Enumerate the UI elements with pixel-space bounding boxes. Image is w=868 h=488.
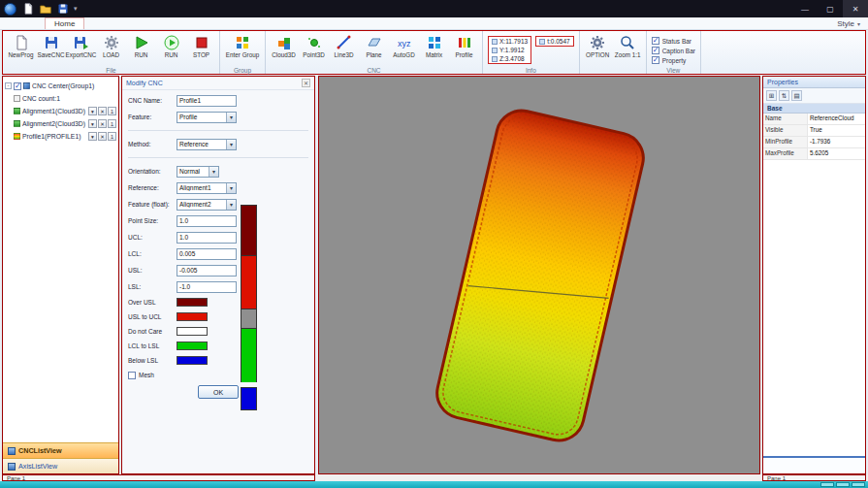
- run-alt-button[interactable]: RUN: [156, 33, 186, 58]
- matrix-button[interactable]: Matrix: [419, 33, 449, 58]
- close-button[interactable]: ✕: [843, 0, 868, 17]
- node-run-once-button[interactable]: 1: [108, 132, 116, 141]
- tree-root-row[interactable]: - CNC Center(Group1): [5, 80, 116, 92]
- expander-icon[interactable]: -: [5, 82, 12, 89]
- ok-button[interactable]: OK: [198, 385, 239, 399]
- run-button[interactable]: RUN: [126, 33, 156, 58]
- properties-title: Properties: [763, 77, 865, 88]
- method-select[interactable]: Reference: [177, 139, 237, 150]
- quick-access-caret-icon[interactable]: ▾: [74, 5, 78, 13]
- property-pages-icon[interactable]: [791, 90, 802, 101]
- usl-to-ucl-swatch[interactable]: [177, 312, 208, 321]
- load-button[interactable]: LOAD: [96, 33, 126, 58]
- categorized-icon[interactable]: [766, 90, 777, 101]
- mesh-checkbox[interactable]: [128, 372, 136, 379]
- do-not-care-swatch[interactable]: [177, 327, 208, 336]
- usl-input[interactable]: [177, 265, 237, 277]
- checkbox-icon[interactable]: [14, 82, 21, 90]
- profile-color-scale: [241, 205, 257, 410]
- app-logo-icon: [4, 3, 16, 16]
- plane-button[interactable]: Plane: [359, 33, 389, 58]
- axis-icon: [8, 463, 16, 471]
- ribbon-group-group: Enter Group Group: [220, 31, 266, 74]
- style-menu[interactable]: Style ▾: [837, 19, 860, 28]
- property-row-name[interactable]: Name ReferenceCloud: [763, 114, 865, 125]
- node-dropdown-button[interactable]: ▾: [88, 119, 97, 128]
- node-run-once-button[interactable]: 1: [108, 119, 116, 128]
- tab-home[interactable]: Home: [45, 17, 84, 29]
- property-row-maxprofile[interactable]: MaxProfile 5.6205: [763, 148, 865, 160]
- ucl-input[interactable]: [177, 232, 237, 244]
- savecnc-button[interactable]: SaveCNC: [36, 33, 66, 58]
- orientation-select[interactable]: Normal: [177, 166, 219, 178]
- line3d-icon: [337, 35, 352, 50]
- feature-float-select[interactable]: Alignment2: [177, 199, 237, 211]
- status-pane-right: Pane 1: [762, 474, 866, 481]
- caption-bar-checkbox[interactable]: Caption Bar: [652, 47, 695, 54]
- resize-grip[interactable]: [820, 482, 865, 487]
- lcl-to-lsl-label: LCL to LSL: [128, 342, 177, 349]
- profile-button[interactable]: Profile: [449, 33, 479, 58]
- point-size-label: Point Size:: [128, 217, 177, 224]
- ribbon-group-file: NewProg SaveCNC ExportCNC LOAD RUN: [3, 31, 220, 74]
- option-button[interactable]: OPTION: [583, 33, 613, 58]
- point-cloud-canvas[interactable]: [319, 77, 759, 473]
- below-lsl-swatch[interactable]: [177, 356, 208, 365]
- tree-row-profile1[interactable]: Profile1(PROFILE1) ▾ ✕ 1: [5, 130, 116, 143]
- exportcnc-button[interactable]: ExportCNC: [66, 33, 96, 58]
- property-row-visible[interactable]: Visible True: [763, 125, 865, 137]
- view-options: Status Bar Caption Bar Property: [650, 33, 697, 68]
- new-file-icon[interactable]: [21, 3, 34, 16]
- lcl-input[interactable]: [177, 248, 237, 260]
- tree-item-label: Alignment1(Cloud3D): [22, 108, 85, 114]
- lcl-label: LCL:: [128, 250, 177, 257]
- node-delete-button[interactable]: ✕: [98, 107, 107, 115]
- save-cnc-icon: [44, 35, 59, 50]
- over-usl-swatch[interactable]: [177, 298, 208, 307]
- stop-button[interactable]: STOP: [186, 33, 216, 58]
- node-delete-button[interactable]: ✕: [98, 119, 107, 128]
- svg-text:xyz: xyz: [398, 39, 411, 49]
- cloud3d-button[interactable]: Cloud3D: [269, 33, 299, 58]
- tree-row-count[interactable]: CNC count:1: [5, 92, 116, 105]
- point-size-input[interactable]: [177, 215, 237, 227]
- point3d-button[interactable]: Point3D: [299, 33, 329, 58]
- nav-axislistview[interactable]: AxisListView: [3, 458, 118, 473]
- viewport-3d[interactable]: [318, 76, 760, 474]
- tree-row-alignment2[interactable]: Alignment2(Cloud3D) ▾ ✕ 1: [5, 117, 116, 130]
- enter-group-button[interactable]: Enter Group: [223, 33, 262, 58]
- zoom-1-1-button[interactable]: Zoom 1:1: [613, 33, 643, 58]
- save-icon[interactable]: [56, 3, 69, 16]
- sort-alphabetical-icon[interactable]: [779, 90, 789, 101]
- open-folder-icon[interactable]: [39, 3, 51, 16]
- lsl-input[interactable]: [177, 281, 237, 293]
- bottom-accent-bar: [0, 481, 868, 488]
- property-row-minprofile[interactable]: MinProfile -1.7936: [763, 137, 865, 148]
- maximize-button[interactable]: ▢: [818, 0, 843, 17]
- autogd-button[interactable]: xyz AutoGD: [389, 33, 419, 58]
- node-dropdown-button[interactable]: ▾: [88, 107, 97, 115]
- feature-select[interactable]: Profile: [177, 112, 237, 123]
- property-checkbox[interactable]: Property: [652, 56, 695, 64]
- node-dropdown-button[interactable]: ▾: [88, 132, 97, 141]
- x-axis-icon: [492, 39, 498, 45]
- reference-select[interactable]: Alignment1: [177, 182, 237, 194]
- orientation-label: Orientation:: [128, 168, 177, 175]
- line3d-button[interactable]: Line3D: [329, 33, 359, 58]
- tree-row-alignment1[interactable]: Alignment1(Cloud3D) ▾ ✕ 1: [5, 105, 116, 117]
- load-gear-icon: [104, 35, 119, 50]
- nav-cnclistview[interactable]: CNCListView: [3, 442, 118, 458]
- close-icon[interactable]: ✕: [302, 79, 310, 87]
- newprog-button[interactable]: NewProg: [6, 33, 36, 58]
- status-pane-left: Pane 1: [2, 474, 315, 481]
- checkbox-icon: [652, 47, 659, 54]
- status-bar-checkbox[interactable]: Status Bar: [652, 37, 695, 45]
- category-base[interactable]: Base: [763, 104, 865, 114]
- cnc-name-input[interactable]: [177, 95, 237, 107]
- scanned-phone-cloud[interactable]: [433, 106, 649, 445]
- usl-label: USL:: [128, 267, 177, 274]
- node-run-once-button[interactable]: 1: [108, 107, 116, 115]
- lcl-to-lsl-swatch[interactable]: [177, 342, 208, 350]
- node-delete-button[interactable]: ✕: [98, 132, 107, 141]
- minimize-button[interactable]: —: [792, 0, 818, 17]
